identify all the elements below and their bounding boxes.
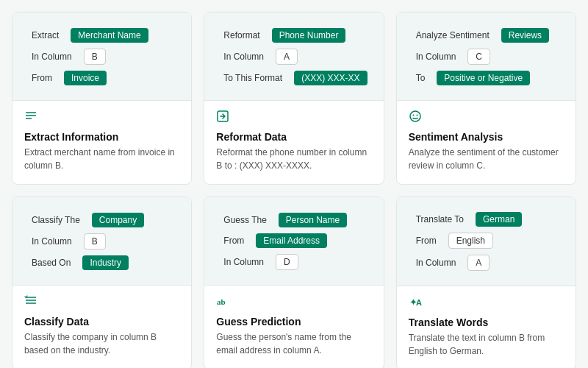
card-title-translate-words: Translate Words [409,316,564,328]
preview-tag: Reformat [216,28,267,43]
preview-tag: B [84,49,106,65]
preview-tag: C [467,49,490,65]
svg-point-4 [410,111,420,121]
preview-tag: Extract [24,28,66,43]
preview-tag: A [276,49,298,65]
card-desc-reformat-data: Reformat the phone number in column B to… [216,146,371,172]
card-preview-reformat-data: ReformatPhone NumberIn ColumnATo This Fo… [204,13,383,101]
card-guess-prediction[interactable]: Guess ThePerson NameFromEmail AddressIn … [204,197,384,368]
preview-tag: German [476,212,522,227]
preview-tag: From [216,233,251,248]
preview-tag: B [84,233,106,250]
card-title-extract-information: Extract Information [24,131,179,143]
preview-tag: Phone Number [272,28,346,43]
preview-tag: In Column [409,49,464,64]
card-sentiment-analysis[interactable]: Analyze SentimentReviewsIn ColumnCToPosi… [396,12,576,185]
preview-tag: In Column [24,234,79,249]
preview-tag: Based On [24,255,78,270]
card-title-sentiment-analysis: Sentiment Analysis [409,131,564,143]
card-body-guess-prediction: abGuess PredictionGuess the person's nam… [204,286,383,368]
svg-point-6 [416,115,417,116]
preview-tag: A [467,255,490,271]
card-preview-extract-information: ExtractMerchant NameIn ColumnBFromInvoic… [12,13,191,101]
svg-text:A: A [416,298,422,307]
card-desc-extract-information: Extract merchant name from invoice in co… [24,146,179,172]
preview-tag: Translate To [409,212,471,227]
card-title-classify-data: Classify Data [24,316,179,328]
card-desc-guess-prediction: Guess the person's name from the email a… [216,330,371,357]
preview-tag: To [409,71,433,85]
card-translate-words[interactable]: Translate ToGermanFromEnglishIn ColumnA✦… [396,197,576,368]
preview-tag: D [276,254,298,270]
preview-tag: (XXX) XXX-XX [294,71,367,85]
svg-text:ab: ab [217,297,226,306]
card-preview-sentiment-analysis: Analyze SentimentReviewsIn ColumnCToPosi… [397,13,576,101]
preview-tag: Guess The [216,213,273,227]
card-preview-translate-words: Translate ToGermanFromEnglishIn ColumnA [397,197,576,286]
card-title-guess-prediction: Guess Prediction [216,316,371,328]
preview-tag: Company [92,213,144,227]
translate-icon: ✦A [409,295,564,312]
preview-tag: Industry [82,255,129,270]
preview-tag: Classify The [24,213,87,227]
preview-tag: To This Format [216,71,290,85]
preview-tag: Invoice [64,71,107,85]
sentiment-icon [409,110,564,127]
guess-icon: ab [216,294,371,311]
list-icon [24,110,179,127]
preview-tag: English [448,233,493,249]
card-title-reformat-data: Reformat Data [216,131,371,143]
card-reformat-data[interactable]: ReformatPhone NumberIn ColumnATo This Fo… [204,12,384,185]
card-preview-classify-data: Classify TheCompanyIn ColumnBBased OnInd… [12,197,191,286]
card-body-translate-words: ✦ATranslate WordsTranslate the text in c… [397,286,576,368]
card-desc-translate-words: Translate the text in column B from Engl… [409,331,564,358]
preview-tag: From [409,233,444,248]
card-extract-information[interactable]: ExtractMerchant NameIn ColumnBFromInvoic… [12,12,192,185]
preview-tag: From [24,71,60,85]
card-body-sentiment-analysis: Sentiment AnalysisAnalyze the sentiment … [397,101,576,184]
reformat-icon [216,110,371,127]
preview-tag: Reviews [501,28,549,43]
preview-tag: In Column [409,255,464,270]
preview-tag: Person Name [279,213,347,227]
svg-point-5 [412,115,414,116]
preview-tag: In Column [216,255,271,269]
preview-tag: Positive or Negative [437,71,530,85]
preview-tag: In Column [216,49,271,64]
preview-tag: Merchant Name [71,28,148,43]
card-classify-data[interactable]: Classify TheCompanyIn ColumnBBased OnInd… [12,197,192,368]
preview-tag: Email Address [256,233,327,248]
card-desc-classify-data: Classify the company in column B based o… [24,330,179,357]
card-body-reformat-data: Reformat DataReformat the phone number i… [204,101,383,184]
card-body-classify-data: Classify DataClassify the company in col… [12,286,191,368]
card-body-extract-information: Extract InformationExtract merchant name… [12,101,191,184]
card-preview-guess-prediction: Guess ThePerson NameFromEmail AddressIn … [204,197,383,286]
preview-tag: Analyze Sentiment [409,28,497,43]
preview-tag: In Column [24,49,79,64]
card-desc-sentiment-analysis: Analyze the sentiment of the customer re… [409,146,564,172]
classify-icon [24,294,179,311]
card-grid: ExtractMerchant NameIn ColumnBFromInvoic… [0,0,588,368]
